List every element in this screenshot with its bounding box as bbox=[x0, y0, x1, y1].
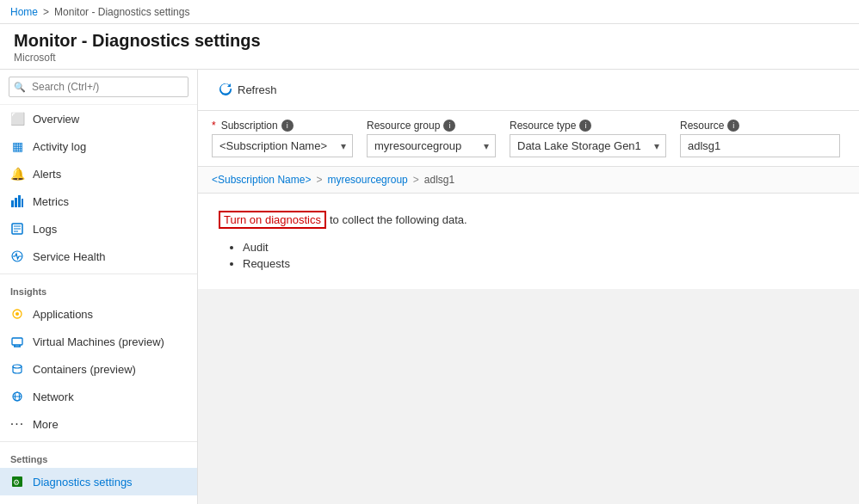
resource-type-dropdown[interactable]: Data Lake Storage Gen1 bbox=[510, 134, 666, 157]
resource-input[interactable] bbox=[680, 134, 840, 157]
resource-group-info-icon[interactable]: i bbox=[443, 120, 455, 132]
alerts-icon: 🔔 bbox=[10, 167, 24, 181]
overview-icon: ⬜ bbox=[10, 112, 24, 126]
svg-text:⚙: ⚙ bbox=[13, 478, 20, 487]
resource-info-icon[interactable]: i bbox=[727, 120, 739, 132]
svg-rect-0 bbox=[11, 200, 14, 207]
sidebar-label-containers: Containers (preview) bbox=[33, 363, 136, 376]
resource-filter: Resource i bbox=[680, 120, 840, 157]
svg-rect-3 bbox=[22, 199, 23, 207]
breadcrumb-bar: Home > Monitor - Diagnostics settings bbox=[0, 0, 859, 24]
sidebar-item-alerts[interactable]: 🔔 Alerts bbox=[0, 160, 197, 187]
svg-rect-2 bbox=[18, 195, 21, 207]
toolbar: Refresh bbox=[198, 70, 859, 111]
resource-type-filter: Resource type i Data Lake Storage Gen1 bbox=[510, 120, 666, 157]
subscription-filter: * Subscription i <Subscription Name> bbox=[212, 120, 353, 157]
sidebar-label-activity-log: Activity log bbox=[33, 140, 86, 153]
sub-breadcrumb-resource: adlsg1 bbox=[424, 174, 454, 186]
sidebar-item-containers[interactable]: Containers (preview) bbox=[0, 355, 197, 383]
sidebar-label-network: Network bbox=[33, 390, 74, 403]
content-area: Refresh * Subscription i <Subscription N… bbox=[198, 70, 859, 504]
resource-type-label: Resource type i bbox=[510, 120, 666, 132]
sidebar-item-more[interactable]: ··· More bbox=[0, 410, 197, 438]
main-content: Turn on diagnostics to collect the follo… bbox=[198, 194, 859, 289]
turn-on-suffix: to collect the following data. bbox=[330, 213, 467, 226]
page-header: Monitor - Diagnostics settings Microsoft bbox=[0, 24, 859, 70]
resource-type-info-icon[interactable]: i bbox=[579, 120, 591, 132]
sidebar-item-network[interactable]: Network bbox=[0, 383, 197, 410]
subscription-label: * Subscription i bbox=[212, 120, 353, 132]
breadcrumb-home[interactable]: Home bbox=[10, 6, 38, 18]
resource-group-dropdown[interactable]: myresourcegroup bbox=[367, 134, 496, 157]
sidebar-item-activity-log[interactable]: ▦ Activity log bbox=[0, 132, 197, 160]
sub-breadcrumb-resource-group[interactable]: myresourcegroup bbox=[327, 174, 407, 186]
refresh-icon bbox=[219, 82, 232, 98]
list-item-audit: Audit bbox=[243, 239, 838, 255]
sidebar-label-alerts: Alerts bbox=[33, 168, 61, 181]
sidebar-label-overview: Overview bbox=[33, 113, 79, 126]
sidebar-label-diagnostics-settings: Diagnostics settings bbox=[33, 476, 133, 489]
data-collection-list: Audit Requests bbox=[219, 239, 838, 272]
resource-label: Resource i bbox=[680, 120, 840, 132]
sidebar-label-applications: Applications bbox=[33, 308, 93, 321]
svg-point-11 bbox=[13, 365, 22, 368]
breadcrumb-sep: > bbox=[43, 6, 49, 18]
main-layout: ⬜ Overview ▦ Activity log 🔔 Alerts Metri… bbox=[0, 70, 859, 504]
sidebar-label-logs: Logs bbox=[33, 223, 57, 236]
subscription-dropdown[interactable]: <Subscription Name> bbox=[212, 134, 353, 157]
settings-section-label: Settings bbox=[0, 446, 197, 468]
network-icon bbox=[10, 390, 24, 403]
subscription-info-icon[interactable]: i bbox=[281, 120, 294, 132]
list-item-requests: Requests bbox=[243, 255, 838, 272]
sub-breadcrumb: <Subscription Name> > myresourcegroup > … bbox=[198, 167, 859, 194]
search-input[interactable] bbox=[9, 77, 188, 97]
virtual-machines-icon bbox=[10, 335, 24, 348]
required-marker: * bbox=[212, 120, 216, 132]
logs-icon bbox=[10, 222, 24, 236]
sidebar-item-virtual-machines[interactable]: Virtual Machines (preview) bbox=[0, 328, 197, 355]
sidebar-item-logs[interactable]: Logs bbox=[0, 215, 197, 243]
more-icon: ··· bbox=[10, 417, 24, 431]
containers-icon bbox=[10, 362, 24, 376]
sidebar-label-service-health: Service Health bbox=[33, 250, 106, 263]
service-health-icon bbox=[10, 249, 24, 263]
subscription-dropdown-wrap: <Subscription Name> bbox=[212, 134, 353, 157]
sidebar-item-metrics[interactable]: Metrics bbox=[0, 187, 197, 215]
svg-rect-1 bbox=[15, 198, 17, 207]
diagnostics-settings-icon: ⚙ bbox=[10, 475, 24, 489]
sidebar-item-diagnostics-settings[interactable]: ⚙ Diagnostics settings bbox=[0, 468, 197, 495]
page-title: Monitor - Diagnostics settings bbox=[14, 31, 845, 51]
svg-rect-10 bbox=[12, 338, 22, 345]
sidebar-label-metrics: Metrics bbox=[33, 195, 69, 208]
sidebar-item-applications[interactable]: Applications bbox=[0, 300, 197, 328]
refresh-button[interactable]: Refresh bbox=[212, 78, 284, 101]
resource-type-dropdown-wrap: Data Lake Storage Gen1 bbox=[510, 134, 666, 157]
sidebar-label-virtual-machines: Virtual Machines (preview) bbox=[33, 335, 164, 348]
breadcrumb-current: Monitor - Diagnostics settings bbox=[54, 6, 189, 18]
sub-breadcrumb-subscription[interactable]: <Subscription Name> bbox=[212, 174, 311, 186]
sidebar-item-overview[interactable]: ⬜ Overview bbox=[0, 105, 197, 132]
svg-point-9 bbox=[15, 312, 19, 316]
turn-on-diagnostics-link[interactable]: Turn on diagnostics bbox=[219, 211, 326, 229]
metrics-icon bbox=[10, 194, 24, 208]
resource-group-dropdown-wrap: myresourcegroup bbox=[367, 134, 496, 157]
sidebar-divider-1 bbox=[0, 274, 197, 274]
search-icon-wrap bbox=[9, 77, 188, 97]
sidebar-divider-2 bbox=[0, 441, 197, 442]
sub-sep-2: > bbox=[413, 174, 419, 186]
search-box bbox=[0, 70, 197, 105]
resource-group-label: Resource group i bbox=[367, 120, 496, 132]
filter-row: * Subscription i <Subscription Name> Res… bbox=[198, 111, 859, 167]
sidebar: ⬜ Overview ▦ Activity log 🔔 Alerts Metri… bbox=[0, 70, 198, 504]
turn-on-line: Turn on diagnostics to collect the follo… bbox=[219, 211, 838, 229]
sub-sep-1: > bbox=[316, 174, 322, 186]
resource-group-filter: Resource group i myresourcegroup bbox=[367, 120, 496, 157]
applications-icon bbox=[10, 307, 24, 321]
insights-section-label: Insights bbox=[0, 278, 197, 300]
sidebar-label-more: More bbox=[33, 418, 59, 431]
refresh-label: Refresh bbox=[238, 83, 277, 96]
sidebar-item-service-health[interactable]: Service Health bbox=[0, 243, 197, 270]
page-subtitle: Microsoft bbox=[14, 52, 845, 64]
activity-log-icon: ▦ bbox=[10, 139, 24, 153]
